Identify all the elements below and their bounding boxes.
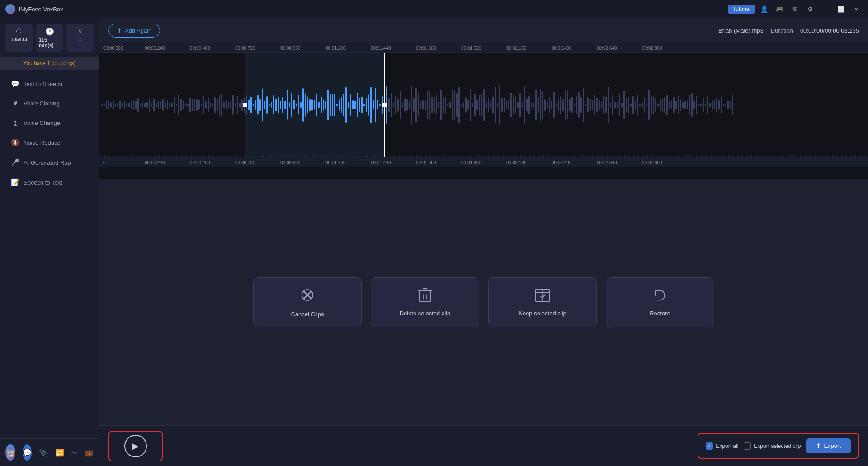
duration-value: 00:00:00/00:00:03.235 bbox=[800, 27, 859, 34]
file-name: Brian (Male).mp3 bbox=[718, 27, 764, 34]
delete-icon bbox=[418, 287, 432, 305]
export-selected-label: Export selected clip bbox=[754, 443, 801, 449]
svg-text:00:01.680: 00:01.680 bbox=[416, 160, 436, 165]
export-btn-icon: ⬆ bbox=[816, 442, 821, 449]
svg-text:00:02.640: 00:02.640 bbox=[597, 160, 617, 165]
stat-count: # 1 bbox=[66, 24, 94, 52]
sidebar-item-speech-to-text[interactable]: 📝 Speech to Text bbox=[4, 173, 95, 192]
restore-label: Restore bbox=[650, 310, 670, 317]
export-selected-checkbox[interactable] bbox=[744, 442, 751, 450]
svg-text:00:01.440: 00:01.440 bbox=[371, 160, 391, 165]
sidebar-item-voice-changer[interactable]: 🎛 Voice Changer bbox=[4, 114, 95, 132]
play-button[interactable]: ▶ bbox=[124, 435, 147, 457]
waveform-canvas[interactable] bbox=[99, 53, 868, 157]
sidebar-stats: ⏱ 105413 🕐 115 min(s) # 1 bbox=[0, 18, 99, 57]
minutes-value: 115 min(s) bbox=[39, 37, 61, 48]
content-area: ⬆ Add Again Brian (Male).mp3 Duration 00… bbox=[99, 18, 868, 466]
app-title: iMyFone VoxBox bbox=[19, 6, 63, 13]
svg-text:00:01.200: 00:01.200 bbox=[326, 160, 346, 165]
title-bar: iMyFone VoxBox Tutorial 👤 🎮 ✉ ⚙ — ⬜ ✕ bbox=[0, 0, 868, 18]
app-logo bbox=[5, 4, 15, 14]
svg-text:00:01.200: 00:01.200 bbox=[326, 46, 346, 51]
title-bar-right: Tutorial 👤 🎮 ✉ ⚙ — ⬜ ✕ bbox=[728, 3, 863, 15]
svg-rect-32 bbox=[420, 291, 430, 302]
svg-text:00:01.440: 00:01.440 bbox=[371, 46, 391, 51]
minutes-icon: 🕐 bbox=[45, 27, 54, 36]
svg-text:00:02.400: 00:02.400 bbox=[552, 46, 572, 51]
attachment-icon[interactable]: 📎 bbox=[39, 448, 48, 457]
svg-rect-0 bbox=[99, 43, 868, 53]
voice-changer-icon: 🎛 bbox=[11, 119, 19, 127]
minimize-button[interactable]: — bbox=[819, 3, 832, 15]
svg-text:00:02.640: 00:02.640 bbox=[597, 46, 617, 51]
svg-text:00:02.400: 00:02.400 bbox=[552, 160, 572, 165]
svg-text:00:00.000: 00:00.000 bbox=[103, 46, 123, 51]
waveform-container[interactable]: 00:00.000 00:00.240 00:00.480 00:00.720 … bbox=[99, 43, 868, 179]
svg-text:00:01.680: 00:01.680 bbox=[416, 46, 436, 51]
svg-text:00:00.720: 00:00.720 bbox=[235, 160, 255, 165]
export-selected-group[interactable]: Export selected clip bbox=[744, 442, 801, 450]
main-layout: ⏱ 105413 🕐 115 min(s) # 1 You have 1 cou… bbox=[0, 18, 868, 466]
sidebar-item-noise-reducer[interactable]: 🔇 Noise Reducer bbox=[4, 133, 95, 152]
count-icon: # bbox=[78, 27, 82, 35]
svg-rect-15 bbox=[99, 157, 868, 167]
svg-text:00:02.880: 00:02.880 bbox=[642, 46, 662, 51]
cancel-clips-card[interactable]: Cancel Clips bbox=[253, 277, 362, 327]
sidebar-item-voice-cloning[interactable]: 🎙 Voice Cloning bbox=[4, 94, 95, 113]
scissors-icon[interactable]: ✂ bbox=[71, 448, 77, 457]
text-to-speech-icon: 💬 bbox=[11, 80, 19, 88]
repeat-icon[interactable]: 🔁 bbox=[55, 448, 64, 457]
svg-text:00:00.720: 00:00.720 bbox=[235, 46, 255, 51]
export-button[interactable]: ⬆ Export bbox=[806, 438, 851, 453]
svg-text:00:00.240: 00:00.240 bbox=[145, 160, 165, 165]
speech-to-text-icon: 📝 bbox=[11, 178, 19, 186]
waveform-display bbox=[99, 53, 868, 157]
export-section: ✓ Export all Export selected clip ⬆ Expo… bbox=[698, 433, 859, 459]
keep-selected-card[interactable]: Keep selected clip bbox=[488, 277, 597, 327]
stat-characters: ⏱ 105413 bbox=[5, 24, 33, 52]
sidebar-item-label-noise-reducer: Noise Reducer bbox=[24, 139, 62, 146]
sidebar-item-ai-generated-rap[interactable]: 🎤 AI Generated Rap bbox=[4, 153, 95, 172]
svg-text:00:00.960: 00:00.960 bbox=[280, 46, 301, 51]
gamepad-icon[interactable]: 🎮 bbox=[773, 3, 786, 15]
noise-reducer-icon: 🔇 bbox=[11, 138, 19, 147]
settings-icon[interactable]: ⚙ bbox=[804, 3, 816, 15]
svg-text:00:00.480: 00:00.480 bbox=[190, 160, 210, 165]
ai-rap-icon: 🎤 bbox=[11, 158, 19, 166]
sidebar-item-label-voice-changer: Voice Changer bbox=[24, 119, 62, 126]
cancel-clips-icon bbox=[299, 287, 316, 306]
add-again-button[interactable]: ⬆ Add Again bbox=[108, 24, 160, 38]
restore-card[interactable]: Restore bbox=[606, 277, 714, 327]
maximize-button[interactable]: ⬜ bbox=[835, 3, 847, 15]
svg-text:0: 0 bbox=[103, 160, 106, 165]
action-buttons: Cancel Clips Delete selected clip bbox=[253, 277, 714, 327]
sidebar: ⏱ 105413 🕐 115 min(s) # 1 You have 1 cou… bbox=[0, 18, 99, 466]
svg-text:00:01.920: 00:01.920 bbox=[461, 160, 481, 165]
sidebar-item-label-text-to-speech: Text to Speech bbox=[24, 81, 62, 87]
svg-text:00:00.480: 00:00.480 bbox=[190, 46, 210, 51]
mail-icon[interactable]: ✉ bbox=[788, 3, 801, 15]
export-all-checkbox[interactable]: ✓ bbox=[706, 442, 713, 450]
user-icon[interactable]: 👤 bbox=[758, 3, 770, 15]
close-button[interactable]: ✕ bbox=[850, 3, 863, 15]
sidebar-item-label-speech-to-text: Speech to Text bbox=[24, 179, 62, 186]
briefcase-icon[interactable]: 💼 bbox=[85, 448, 94, 457]
svg-text:00:02.160: 00:02.160 bbox=[506, 160, 527, 165]
stat-minutes: 🕐 115 min(s) bbox=[36, 24, 63, 52]
count-value: 1 bbox=[79, 37, 81, 42]
avatar: 🤖 bbox=[5, 444, 15, 461]
export-all-label: Export all bbox=[716, 443, 738, 449]
delete-selected-card[interactable]: Delete selected clip bbox=[371, 277, 479, 327]
duration-label: Duration bbox=[771, 27, 793, 34]
export-all-group[interactable]: ✓ Export all bbox=[706, 442, 738, 450]
svg-text:00:00.240: 00:00.240 bbox=[145, 46, 165, 51]
title-bar-left: iMyFone VoxBox bbox=[5, 4, 63, 14]
svg-text:00:01.920: 00:01.920 bbox=[461, 46, 481, 51]
chat-badge[interactable]: 💬 bbox=[23, 444, 32, 461]
sidebar-nav: 💬 Text to Speech 🎙 Voice Cloning 🎛 Voice… bbox=[0, 70, 99, 438]
timeline-ruler-top: 00:00.000 00:00.240 00:00.480 00:00.720 … bbox=[99, 43, 868, 53]
sidebar-item-text-to-speech[interactable]: 💬 Text to Speech bbox=[4, 74, 95, 93]
characters-icon: ⏱ bbox=[15, 27, 23, 35]
tutorial-button[interactable]: Tutorial bbox=[728, 5, 755, 14]
top-toolbar: ⬆ Add Again Brian (Male).mp3 Duration 00… bbox=[99, 18, 868, 43]
